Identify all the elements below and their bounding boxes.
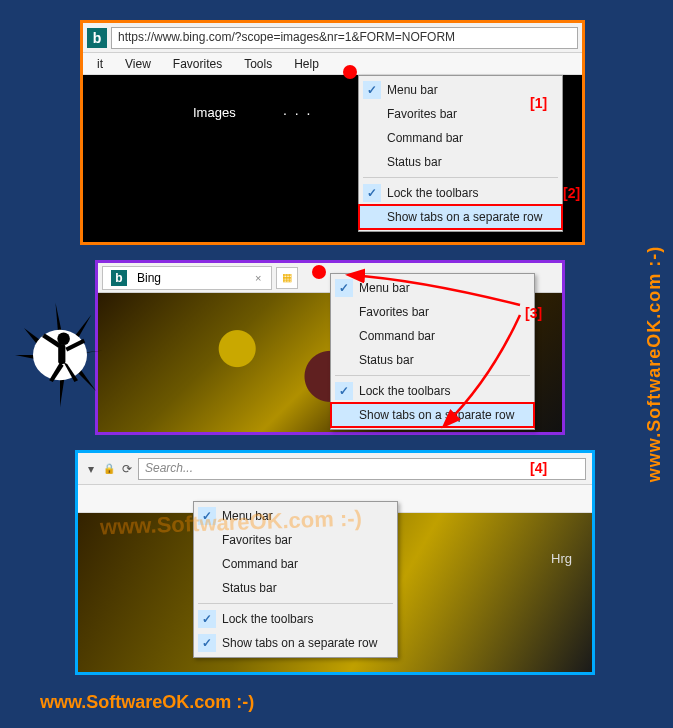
ctx-item-menu-bar[interactable]: Menu bar: [331, 276, 534, 300]
new-tab-button[interactable]: ▦: [276, 267, 298, 289]
svg-rect-2: [58, 344, 65, 364]
ctx-item-lock-toolbars[interactable]: Lock the toolbars: [359, 181, 562, 205]
menu-help[interactable]: Help: [284, 55, 329, 73]
ctx-item-favorites-bar[interactable]: Favorites bar: [194, 528, 397, 552]
images-label[interactable]: Images: [193, 105, 236, 120]
ctx-item-status-bar[interactable]: Status bar: [359, 150, 562, 174]
bing-favicon-icon: b: [87, 28, 107, 48]
ctx-item-favorites-bar[interactable]: Favorites bar: [331, 300, 534, 324]
menu-tools[interactable]: Tools: [234, 55, 282, 73]
annotation-3: [3]: [525, 305, 542, 321]
hrg-label: Hrg: [551, 551, 572, 566]
dropdown-icon[interactable]: [84, 462, 98, 476]
tab-bing[interactable]: b Bing ×: [102, 266, 272, 290]
ctx-item-command-bar[interactable]: Command bar: [359, 126, 562, 150]
ctx-item-lock-toolbars[interactable]: Lock the toolbars: [194, 607, 397, 631]
ctx-item-command-bar[interactable]: Command bar: [194, 552, 397, 576]
annotation-2: [2]: [563, 185, 580, 201]
close-tab-icon[interactable]: ×: [253, 272, 263, 284]
click-indicator-dot: [312, 265, 326, 279]
menu-favorites[interactable]: Favorites: [163, 55, 232, 73]
annotation-4: [4]: [530, 460, 547, 476]
refresh-icon[interactable]: [120, 462, 134, 476]
menu-view[interactable]: View: [115, 55, 161, 73]
bing-favicon-icon: b: [111, 270, 127, 286]
ellipsis-icon[interactable]: · · ·: [283, 105, 312, 121]
menu-edit[interactable]: it: [87, 55, 113, 73]
tab-title: Bing: [137, 271, 161, 285]
ctx-item-show-tabs-separate-row[interactable]: Show tabs on a separate row: [331, 403, 534, 427]
lock-icon: [102, 462, 116, 476]
ctx-item-lock-toolbars[interactable]: Lock the toolbars: [331, 379, 534, 403]
annotation-1: [1]: [530, 95, 547, 111]
panel-1: b https://www.bing.com/?scope=images&nr=…: [80, 20, 585, 245]
panel-2: b Bing × ▦ Menu bar Favorites bar Comman…: [95, 260, 565, 435]
context-menu-3: Menu bar Favorites bar Command bar Statu…: [193, 501, 398, 658]
address-bar-input[interactable]: https://www.bing.com/?scope=images&nr=1&…: [111, 27, 578, 49]
menu-bar: it View Favorites Tools Help: [83, 53, 582, 75]
click-indicator-dot: [343, 65, 357, 79]
search-input[interactable]: Search...: [138, 458, 586, 480]
ctx-item-menu-bar[interactable]: Menu bar: [194, 504, 397, 528]
watermark-right: www.SoftwareOK.com :-): [644, 246, 665, 482]
ctx-item-status-bar[interactable]: Status bar: [194, 576, 397, 600]
search-bar-row: Search...: [78, 453, 592, 485]
ctx-item-show-tabs-separate-row[interactable]: Show tabs on a separate row: [359, 205, 562, 229]
ctx-item-status-bar[interactable]: Status bar: [331, 348, 534, 372]
watermark-bottom: www.SoftwareOK.com :-): [40, 692, 254, 713]
jumping-figure-icon: [15, 300, 105, 410]
ctx-item-command-bar[interactable]: Command bar: [331, 324, 534, 348]
context-menu-2: Menu bar Favorites bar Command bar Statu…: [330, 273, 535, 430]
panel-3: Search... Hrg Menu bar Favorites bar Com…: [75, 450, 595, 675]
ctx-separator: [198, 603, 393, 604]
ctx-separator: [363, 177, 558, 178]
address-bar-row: b https://www.bing.com/?scope=images&nr=…: [83, 23, 582, 53]
ctx-item-show-tabs-separate-row[interactable]: Show tabs on a separate row: [194, 631, 397, 655]
ctx-separator: [335, 375, 530, 376]
